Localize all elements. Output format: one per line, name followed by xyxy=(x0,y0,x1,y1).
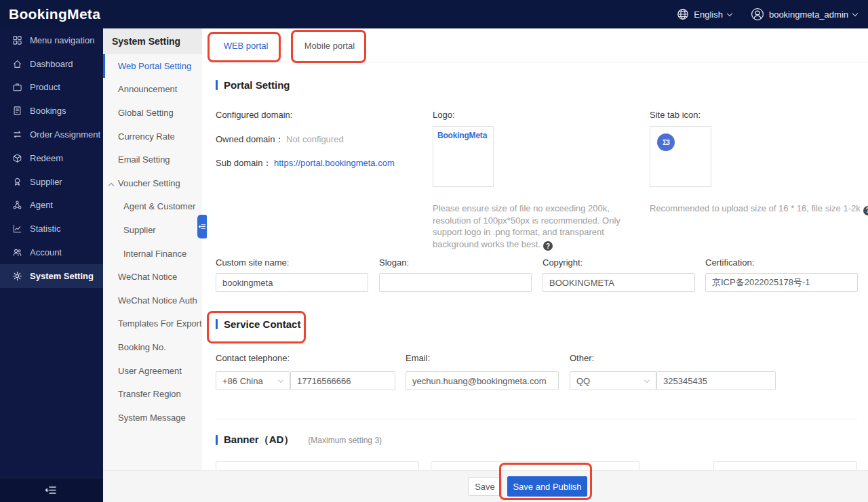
sidebar-collapse-button[interactable] xyxy=(0,478,103,502)
grid-icon xyxy=(12,35,22,45)
chevron-up-icon xyxy=(108,183,114,188)
owned-domain-label: Owned domain： xyxy=(216,134,283,144)
swap-arrows-icon xyxy=(12,129,22,140)
main-content: WEB portal Mobile portal Portal Setting … xyxy=(202,28,868,502)
tab-web-portal[interactable]: WEB portal xyxy=(220,28,271,62)
sidebar-item-label: Product xyxy=(30,82,60,92)
country-code-select[interactable]: +86 China xyxy=(216,371,290,390)
banner-ad-title: Banner（AD） (Maximum setting 3) xyxy=(216,434,382,446)
sidebar-item-supplier[interactable]: Supplier xyxy=(0,170,103,194)
sub-domain-link[interactable]: https://portal.bookingmeta.com xyxy=(274,158,395,168)
submenu-item-internal-finance[interactable]: Internal Finance xyxy=(103,242,202,266)
sidebar-item-label: Menu navigation xyxy=(30,35,94,45)
logo-upload-box[interactable]: BookingMeta xyxy=(433,126,494,187)
submenu-item-label: Agent & Customer xyxy=(123,201,195,211)
submenu-item-label: User Agreement xyxy=(118,366,182,376)
logo-help-text-content: Please ensure size of file no exceeding … xyxy=(433,203,620,249)
submenu-item-label: Supplier xyxy=(123,225,156,235)
topbar: BookingMeta English bookingmeta_admin xyxy=(0,0,868,28)
certification-label: Certification: xyxy=(705,257,754,268)
section-title-text: Banner（AD） xyxy=(224,434,294,446)
slogan-input[interactable] xyxy=(379,273,532,292)
site-tab-icon-label: Site tab icon: xyxy=(650,110,701,120)
sidebar-item-bookings[interactable]: Bookings xyxy=(0,99,103,123)
submenu-item-web-portal-setting[interactable]: Web Portal Setting xyxy=(103,54,202,78)
other-type-value: QQ xyxy=(576,376,590,386)
submenu-item-label: WeChat Notice Auth xyxy=(118,295,197,306)
sidebar-item-system-setting[interactable]: System Setting xyxy=(0,264,103,288)
slogan-label: Slogan: xyxy=(379,257,409,268)
owned-domain-value: Not configured xyxy=(286,134,344,144)
owned-domain-row: Owned domain： Not configured xyxy=(216,133,344,146)
brand-logo: BookingMeta xyxy=(0,6,100,22)
submenu-item-global-setting[interactable]: Global Setting xyxy=(103,101,202,125)
sidebar-item-statistic[interactable]: Statistic xyxy=(0,217,103,240)
user-menu[interactable]: bookingmeta_admin xyxy=(751,7,857,21)
copyright-input[interactable] xyxy=(542,273,695,292)
submenu-title: System Setting xyxy=(103,28,202,54)
copyright-label: Copyright: xyxy=(542,257,583,268)
submenu-item-currency-rate[interactable]: Currency Rate xyxy=(103,125,202,148)
sidebar-item-dashboard[interactable]: Dashboard xyxy=(0,52,103,76)
submenu-item-label: Templates For Export xyxy=(118,318,202,329)
collapse-menu-icon xyxy=(45,484,58,497)
other-value-input[interactable] xyxy=(656,371,776,390)
sidebar-item-product[interactable]: Product xyxy=(0,76,103,100)
submenu-item-system-message[interactable]: System Message xyxy=(103,406,202,430)
briefcase-icon xyxy=(12,82,22,92)
submenu-item-booking-no[interactable]: Booking No. xyxy=(103,335,202,359)
chart-icon xyxy=(12,224,22,234)
tab-mobile-portal[interactable]: Mobile portal xyxy=(304,28,355,62)
submenu-item-voucher-setting[interactable]: Voucher Setting xyxy=(103,171,202,195)
sidebar-item-account[interactable]: Account xyxy=(0,240,103,264)
email-input[interactable] xyxy=(406,371,559,390)
sidebar-item-agent[interactable]: Agent xyxy=(0,194,103,217)
sidebar-item-label: Redeem xyxy=(30,153,63,163)
submenu-item-label: Voucher Setting xyxy=(118,178,180,188)
document-icon xyxy=(12,106,22,116)
contact-telephone-label: Contact telephone: xyxy=(216,353,290,363)
submenu-item-wechat-notice-auth[interactable]: WeChat Notice Auth xyxy=(103,289,202,312)
certification-input[interactable] xyxy=(705,273,858,292)
sidebar-item-redeem[interactable]: Redeem xyxy=(0,146,103,170)
phone-input[interactable] xyxy=(290,371,395,390)
secondary-sidebar: System Setting Web Portal Setting Announ… xyxy=(103,28,202,502)
submenu-item-label: Booking No. xyxy=(118,342,166,352)
sidebar-item-menu-navigation[interactable]: Menu navigation xyxy=(0,28,103,52)
save-button[interactable]: Save xyxy=(468,477,502,496)
submenu-item-label: WeChat Notice xyxy=(118,272,177,282)
language-label: English xyxy=(694,9,723,20)
section-title-text: Service Contact xyxy=(224,318,300,330)
chevron-down-icon xyxy=(727,10,732,16)
portal-tabbar: WEB portal Mobile portal xyxy=(202,28,868,62)
sidebar-item-order-assignment[interactable]: Order Assignment xyxy=(0,123,103,146)
submenu-item-supplier[interactable]: Supplier xyxy=(103,218,202,242)
language-selector[interactable]: English xyxy=(677,8,732,20)
section-bar xyxy=(216,319,218,329)
submenu-item-templates-for-export[interactable]: Templates For Export xyxy=(103,312,202,336)
primary-sidebar: Menu navigation Dashboard Product Bookin… xyxy=(0,28,103,502)
submenu-item-user-agreement[interactable]: User Agreement xyxy=(103,359,202,383)
logo-help-text: Please ensure size of file no exceeding … xyxy=(433,203,647,251)
submenu-item-announcement[interactable]: Announcement xyxy=(103,78,202,102)
help-question-icon[interactable]: ? xyxy=(863,206,868,215)
sub-domain-row: Sub domain： https://portal.bookingmeta.c… xyxy=(216,157,395,169)
submenu-item-wechat-notice[interactable]: WeChat Notice xyxy=(103,265,202,289)
save-and-publish-button[interactable]: Save and Publish xyxy=(507,476,587,497)
submenu-item-agent-customer[interactable]: Agent & Customer xyxy=(103,195,202,219)
site-favicon-image: Σ3 xyxy=(657,133,675,151)
help-question-icon[interactable]: ? xyxy=(543,241,553,251)
country-code-value: +86 China xyxy=(222,376,263,386)
submenu-item-transfer-region[interactable]: Transfer Region xyxy=(103,382,202,406)
sidebar-item-label: Agent xyxy=(30,200,53,210)
section-bar xyxy=(216,80,218,90)
submenu-collapse-handle[interactable] xyxy=(197,215,207,238)
collapse-handle-icon xyxy=(199,223,206,230)
other-type-select[interactable]: QQ xyxy=(570,371,656,390)
custom-site-name-label: Custom site name: xyxy=(216,257,289,268)
action-bar: Save Save and Publish xyxy=(103,470,868,502)
site-icon-help-text: Recommended to upload size of 16 * 16, f… xyxy=(650,203,868,215)
custom-site-name-input[interactable] xyxy=(216,273,368,292)
submenu-item-email-setting[interactable]: Email Setting xyxy=(103,148,202,171)
site-icon-upload-box[interactable]: Σ3 xyxy=(650,126,711,187)
